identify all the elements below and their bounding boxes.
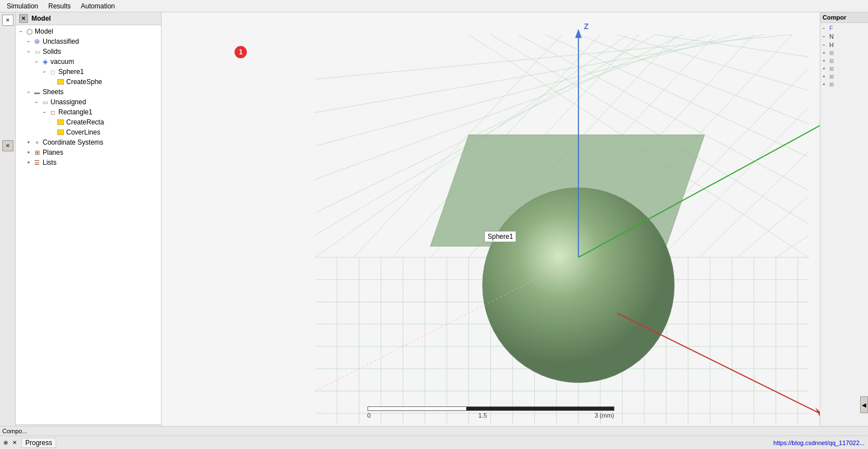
menu-item-results[interactable]: Results (44, 1, 75, 11)
label-lists: Lists (43, 159, 57, 166)
tree-item-vacuum[interactable]: − ◈ vacuum (16, 57, 161, 67)
tree-item-model[interactable]: − ⬡ Model (16, 26, 161, 36)
label-coordsys: Coordinate Systems (43, 138, 103, 146)
menu-item-simulation[interactable]: Simulation (2, 1, 43, 11)
label-createsphere: CreateSphe (66, 78, 102, 86)
rp-icon-h: H (829, 41, 834, 48)
label-sphere1: Sphere1 (58, 68, 84, 76)
icon-solids: ▭ (33, 47, 42, 56)
rp-expander-h[interactable]: − (823, 43, 828, 48)
panel-header: ✕ Model (16, 12, 161, 25)
right-panel-header: Compor (820, 12, 868, 23)
icon-sheets: ▬ (33, 87, 42, 96)
icon-vacuum: ◈ (40, 57, 49, 66)
icon-planes: ⊞ (33, 148, 42, 157)
icon-coordsys: ⌖ (33, 138, 42, 147)
narrow-btn-close[interactable]: ✕ (2, 15, 13, 26)
pin-icon[interactable]: ⊕ (3, 439, 8, 446)
rp-icon-f: F (829, 25, 833, 31)
tree-item-coverlines[interactable]: CoverLines (16, 127, 161, 137)
expander-unassigned[interactable]: − (33, 98, 40, 106)
panel-title: Model (31, 15, 51, 22)
right-panel-collapse-btn[interactable]: ◀ (860, 396, 868, 413)
icon-createsphere (56, 77, 65, 86)
label-solids: Solids (43, 48, 61, 55)
scale-label-0: 0 (368, 412, 371, 419)
tree-item-coordsys[interactable]: + ⌖ Coordinate Systems (16, 137, 161, 147)
viewport[interactable]: 1 Sphere1 (162, 12, 820, 436)
expander-model[interactable]: − (17, 27, 25, 35)
icon-unclassified: ⊕ (33, 37, 42, 46)
right-panel-item-4[interactable]: + ⊞ (821, 73, 867, 80)
tree-item-sheets[interactable]: − ▬ Sheets (16, 87, 161, 97)
grid-canvas (162, 12, 820, 436)
expander-planes[interactable]: + (25, 149, 33, 156)
scale-bar-area: 0 1.5 3 (mm) (368, 406, 614, 419)
scale-labels: 0 1.5 3 (mm) (368, 412, 614, 419)
right-panel-item-3[interactable]: + ⊞ (821, 65, 867, 72)
icon-rectangle1: ◻ (48, 108, 57, 117)
tree-item-sphere1[interactable]: − ◻ Sphere1 (16, 67, 161, 77)
right-panel-item-5[interactable]: + ⊞ (821, 81, 867, 88)
expander-coverlines (48, 128, 56, 136)
scale-bar-track (368, 406, 614, 411)
progress-label: Progress (25, 439, 52, 447)
right-panel: Compor − F − N − H + ⊞ + ⊞ + (820, 12, 868, 436)
tree-item-createrect[interactable]: CreateRecta (16, 117, 161, 127)
rp-expander-f[interactable]: − (823, 26, 828, 31)
label-planes: Planes (43, 149, 63, 156)
progress-tab[interactable]: Progress (21, 438, 56, 448)
icon-coverlines (56, 128, 65, 137)
expander-rectangle1[interactable]: − (40, 108, 48, 116)
expander-createsphere (48, 78, 56, 86)
tree-item-planes[interactable]: + ⊞ Planes (16, 147, 161, 158)
tree-item-rectangle1[interactable]: − ◻ Rectangle1 (16, 107, 161, 117)
expander-createrect (48, 118, 56, 126)
icon-createrect (56, 118, 65, 127)
expander-vacuum[interactable]: − (33, 58, 40, 66)
left-narrow-bar: ✕ ✕ (0, 12, 16, 436)
icon-unassigned: ▭ (40, 98, 49, 107)
label-createrect: CreateRecta (66, 118, 104, 126)
rp-expander-n[interactable]: − (823, 34, 828, 39)
scale-label-15: 1.5 (479, 412, 487, 419)
expander-sheets[interactable]: − (25, 88, 33, 96)
expander-solids[interactable]: − (25, 48, 33, 55)
icon-sphere1: ◻ (48, 67, 57, 76)
label-rectangle1: Rectangle1 (58, 108, 93, 116)
label-sheets: Sheets (43, 88, 63, 96)
right-panel-item-n[interactable]: − N (821, 33, 867, 40)
label-unclassified: Unclassified (43, 38, 79, 45)
tree-item-unclassified[interactable]: − ⊕ Unclassified (16, 36, 161, 47)
status-close-icon[interactable]: ✕ (12, 439, 17, 446)
status-bar: ⊕ ✕ Progress https://blog.csdnnet/qq_117… (0, 436, 868, 449)
sphere-label: Sphere1 (484, 231, 516, 242)
tree-item-solids[interactable]: − ▭ Solids (16, 47, 161, 57)
label-vacuum: vacuum (50, 58, 74, 66)
right-panel-item-f[interactable]: − F (821, 24, 867, 32)
label-unassigned: Unassigned (50, 98, 86, 106)
red-badge: 1 (235, 46, 247, 58)
scale-label-3: 3 (mm) (595, 412, 614, 419)
tree-item-createsphere[interactable]: CreateSphe (16, 77, 161, 87)
right-panel-item-1[interactable]: + ⊞ (821, 49, 867, 57)
tree-item-lists[interactable]: + ☰ Lists (16, 158, 161, 168)
label-coverlines: CoverLines (66, 128, 100, 136)
tree-container[interactable]: − ⬡ Model − ⊕ Unclassified − ▭ Solids (16, 25, 161, 424)
panel-close-btn[interactable]: ✕ (19, 14, 28, 23)
tree-item-unassigned[interactable]: − ▭ Unassigned (16, 97, 161, 107)
status-url: https://blog.csdnnet/qq_117022... (773, 439, 865, 446)
expander-unclassified[interactable]: − (25, 38, 33, 45)
expander-lists[interactable]: + (25, 159, 33, 166)
main-layout: ✕ ✕ ✕ Model − ⬡ Model − ⊕ Unclassified (0, 12, 868, 436)
narrow-btn-bottom[interactable]: ✕ (2, 140, 13, 151)
right-panel-item-2[interactable]: + ⊞ (821, 57, 867, 64)
menu-item-automation[interactable]: Automation (76, 1, 120, 11)
icon-lists: ☰ (33, 158, 42, 167)
icon-model: ⬡ (25, 27, 34, 36)
label-model: Model (35, 27, 53, 35)
expander-coordsys[interactable]: + (25, 138, 33, 146)
right-panel-item-h[interactable]: − H (821, 41, 867, 49)
scale-bar (368, 406, 614, 411)
expander-sphere1[interactable]: − (40, 68, 48, 76)
